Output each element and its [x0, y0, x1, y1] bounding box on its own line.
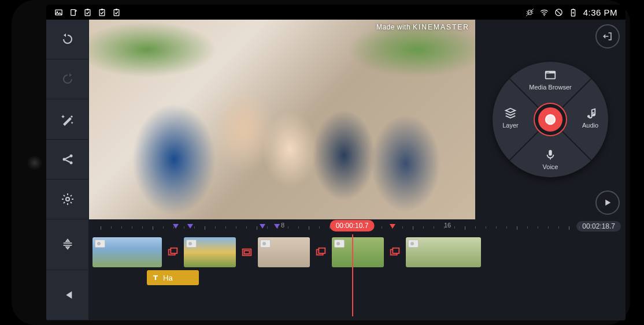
svg-rect-25: [549, 150, 552, 156]
svg-rect-14: [572, 9, 574, 9]
effects-button[interactable]: [46, 99, 88, 139]
svg-rect-2: [71, 9, 76, 15]
svg-rect-7: [114, 9, 119, 16]
status-right: 4:36 PM: [525, 8, 617, 17]
transition-button[interactable]: [312, 244, 330, 261]
preview-frame: Made with KINEMASTER: [89, 20, 475, 219]
svg-point-10: [543, 14, 545, 16]
svg-line-12: [556, 10, 561, 15]
svg-rect-3: [85, 9, 90, 16]
right-panel: Media Browser Layer Audio Voice: [475, 20, 626, 219]
device-frame: 4:36 PM Made with: [12, 0, 630, 325]
lower-pane: 00:00:10.7 00:02:18.7 816 Ha: [46, 219, 626, 320]
watermark-brand: KINEMASTER: [413, 23, 469, 31]
device-speaker: [28, 156, 42, 170]
upper-pane: Made with KINEMASTER: [46, 20, 626, 219]
clip-thumbnail-icon: [334, 240, 345, 248]
watermark-prefix: Made with: [376, 23, 410, 31]
redo-button[interactable]: [46, 59, 88, 99]
wifi-icon: [540, 8, 549, 17]
svg-rect-32: [319, 248, 325, 253]
undo-button[interactable]: [46, 20, 88, 59]
svg-rect-8: [116, 9, 118, 10]
bookmark-marker-icon[interactable]: [187, 224, 193, 229]
jump-to-start-button[interactable]: [46, 270, 88, 321]
play-button[interactable]: [595, 190, 620, 215]
media-browser-label: Media Browser: [529, 84, 571, 91]
layer-button[interactable]: Layer: [496, 107, 525, 129]
transition-button[interactable]: [238, 244, 256, 261]
svg-rect-6: [101, 9, 103, 10]
status-left: [54, 8, 121, 17]
ruler-number: 8: [281, 222, 284, 229]
vibrate-icon: [525, 8, 534, 17]
svg-point-23: [587, 115, 590, 118]
transition-button[interactable]: [164, 244, 182, 261]
clip-thumbnail-icon: [408, 240, 419, 248]
layer-label: Layer: [502, 122, 519, 129]
svg-rect-28: [171, 248, 177, 253]
bookmark-marker-icon[interactable]: [173, 224, 179, 229]
timeline-ruler[interactable]: 00:00:10.7 00:02:18.7 816: [89, 222, 626, 234]
clipboard-check-icon: [98, 8, 106, 17]
battery-charging-icon: [569, 8, 578, 17]
video-clip[interactable]: [92, 237, 162, 267]
rotate-icon: [69, 8, 77, 17]
svg-point-18: [66, 197, 69, 201]
svg-point-24: [593, 113, 595, 116]
svg-rect-34: [393, 248, 399, 253]
audio-label: Audio: [582, 122, 598, 129]
video-clip[interactable]: [258, 237, 310, 267]
settings-button[interactable]: [46, 180, 88, 219]
bookmark-marker-icon[interactable]: [390, 224, 395, 229]
video-clip[interactable]: [184, 237, 236, 267]
screen: 4:36 PM Made with: [46, 5, 626, 320]
no-sim-icon: [554, 8, 563, 17]
clip-thumbnail-icon: [186, 240, 197, 248]
clipboard-check-icon: [112, 8, 121, 17]
svg-rect-5: [99, 9, 105, 16]
expand-tracks-button[interactable]: [46, 219, 88, 270]
bookmark-marker-icon[interactable]: [260, 224, 265, 229]
clipboard-check-icon: [83, 8, 92, 17]
editor: Made with KINEMASTER: [46, 20, 626, 320]
clip-thumbnail-icon: [95, 240, 105, 248]
status-clock: 4:36 PM: [583, 8, 617, 17]
text-layer-clip[interactable]: Ha: [147, 270, 199, 285]
transition-button[interactable]: [386, 244, 404, 261]
layer-track[interactable]: Ha: [89, 270, 626, 290]
total-duration-badge: 00:02:18.7: [576, 221, 621, 231]
share-button[interactable]: [46, 140, 88, 180]
exit-project-button[interactable]: [595, 24, 620, 48]
timeline[interactable]: 00:00:10.7 00:02:18.7 816 Ha: [89, 219, 626, 320]
playhead-line[interactable]: [352, 234, 353, 316]
svg-rect-4: [87, 9, 89, 10]
preview-pane[interactable]: Made with KINEMASTER: [89, 20, 475, 219]
clip-thumbnail-icon: [260, 240, 271, 248]
voice-label: Voice: [543, 163, 558, 170]
video-track[interactable]: [89, 234, 626, 270]
left-toolbar: [46, 20, 89, 219]
svg-line-9: [526, 9, 534, 16]
image-icon: [54, 8, 63, 17]
svg-point-21: [547, 72, 547, 73]
media-browser-button[interactable]: Media Browser: [527, 69, 573, 91]
video-clip[interactable]: [406, 237, 481, 267]
svg-rect-30: [244, 251, 249, 254]
ruler-number: 16: [444, 222, 451, 229]
voice-button[interactable]: Voice: [527, 148, 573, 170]
status-bar: 4:36 PM: [46, 5, 626, 20]
text-icon: [151, 274, 160, 282]
action-wheel: Media Browser Layer Audio Voice: [493, 62, 608, 177]
capture-button[interactable]: [535, 104, 566, 135]
bookmark-marker-icon[interactable]: [274, 224, 280, 229]
svg-point-22: [549, 72, 549, 73]
watermark: Made with KINEMASTER: [376, 23, 469, 31]
text-layer-label: Ha: [163, 274, 173, 282]
playhead-time-badge: 00:00:10.7: [330, 220, 375, 231]
timeline-toolbar: [46, 219, 89, 320]
audio-button[interactable]: Audio: [576, 107, 605, 129]
video-clip[interactable]: [332, 237, 384, 267]
